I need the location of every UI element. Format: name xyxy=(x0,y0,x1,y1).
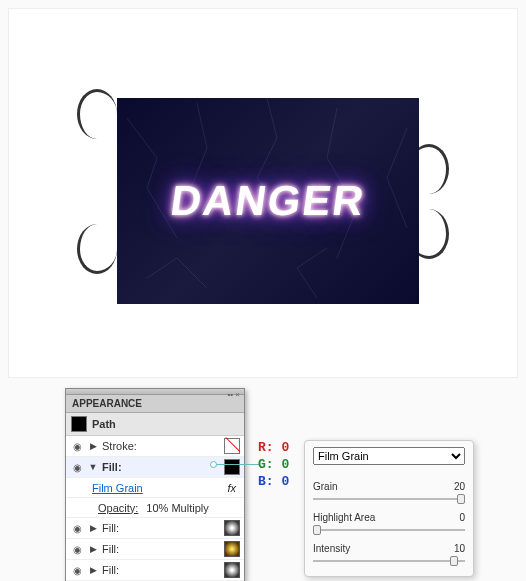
highlight-slider[interactable] xyxy=(313,525,465,535)
panel-titlebar[interactable]: •• × xyxy=(66,389,244,395)
opacity-value: 10% Multiply xyxy=(146,502,208,514)
disclosure-icon[interactable]: ▶ xyxy=(88,523,98,533)
slider-thumb[interactable] xyxy=(313,525,321,535)
appearance-panel[interactable]: •• × APPEARANCE Path ◉ ▶ Stroke: ◉ ▼ Fil… xyxy=(65,388,245,581)
fill-row[interactable]: ◉ ▶ Fill: xyxy=(66,539,244,560)
fill-row-selected[interactable]: ◉ ▼ Fill: xyxy=(66,457,244,478)
disclosure-icon[interactable]: ▼ xyxy=(88,462,98,472)
intensity-slider[interactable] xyxy=(313,556,465,566)
visibility-icon[interactable]: ◉ xyxy=(70,460,84,474)
grain-label: Grain xyxy=(313,481,337,492)
g-label: G: xyxy=(258,457,274,472)
artwork-text: DANGER xyxy=(168,177,369,225)
slider-thumb[interactable] xyxy=(457,494,465,504)
artwork-preview[interactable]: DANGER xyxy=(117,98,419,304)
slider-thumb[interactable] xyxy=(450,556,458,566)
opacity-label: Opacity: xyxy=(98,502,138,514)
opacity-row[interactable]: Opacity: 10% Multiply xyxy=(66,498,244,518)
fill-swatch[interactable] xyxy=(224,459,240,475)
visibility-icon[interactable]: ◉ xyxy=(70,563,84,577)
r-value: 0 xyxy=(281,440,289,455)
visibility-icon[interactable]: ◉ xyxy=(70,542,84,556)
b-value: 0 xyxy=(281,474,289,489)
object-label: Path xyxy=(92,418,116,430)
r-label: R: xyxy=(258,440,274,455)
object-thumb xyxy=(71,416,87,432)
canvas[interactable]: DANGER xyxy=(8,8,518,378)
callout-dot xyxy=(210,461,217,468)
stroke-swatch[interactable] xyxy=(224,438,240,454)
grain-slider[interactable] xyxy=(313,494,465,504)
effect-row[interactable]: Film Grain fx xyxy=(66,478,244,498)
g-value: 0 xyxy=(281,457,289,472)
rgb-readout: R: 0 G: 0 B: 0 xyxy=(258,440,289,491)
highlight-label: Highlight Area xyxy=(313,512,375,523)
fill-label: Fill: xyxy=(102,564,220,576)
intensity-label: Intensity xyxy=(313,543,350,554)
grain-value: 20 xyxy=(454,481,465,492)
path-handle xyxy=(77,224,117,274)
effect-select[interactable]: Film Grain xyxy=(313,447,465,465)
fx-badge: fx xyxy=(227,482,240,494)
callout-line xyxy=(214,464,260,465)
fill-label: Fill: xyxy=(102,522,220,534)
fill-row[interactable]: ◉ ▶ Fill: xyxy=(66,560,244,581)
stroke-label: Stroke: xyxy=(102,440,220,452)
visibility-icon[interactable]: ◉ xyxy=(70,439,84,453)
fill-swatch[interactable] xyxy=(224,520,240,536)
disclosure-icon[interactable]: ▶ xyxy=(88,565,98,575)
fill-swatch[interactable] xyxy=(224,541,240,557)
disclosure-icon[interactable]: ▶ xyxy=(88,544,98,554)
highlight-value: 0 xyxy=(459,512,465,523)
fill-swatch[interactable] xyxy=(224,562,240,578)
stroke-row[interactable]: ◉ ▶ Stroke: xyxy=(66,436,244,457)
fill-row[interactable]: ◉ ▶ Fill: xyxy=(66,518,244,539)
b-label: B: xyxy=(258,474,274,489)
fill-label: Fill: xyxy=(102,543,220,555)
effect-link[interactable]: Film Grain xyxy=(92,482,223,494)
visibility-icon[interactable]: ◉ xyxy=(70,521,84,535)
path-handle xyxy=(77,89,117,139)
panel-title: APPEARANCE xyxy=(66,395,244,413)
object-row[interactable]: Path xyxy=(66,413,244,436)
fill-label: Fill: xyxy=(102,461,220,473)
intensity-value: 10 xyxy=(454,543,465,554)
disclosure-icon[interactable]: ▶ xyxy=(88,441,98,451)
filmgrain-panel[interactable]: Film Grain Grain 20 Highlight Area 0 Int… xyxy=(304,440,474,577)
